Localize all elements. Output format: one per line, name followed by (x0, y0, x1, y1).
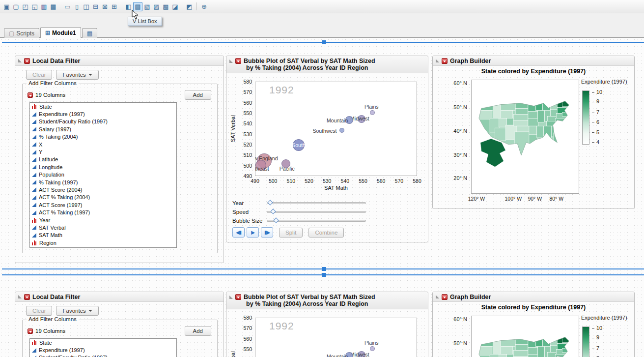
splitter-handle[interactable] (322, 267, 326, 271)
filter-column-salary-1997[interactable]: Salary (1997) (30, 125, 176, 133)
slider-thumb[interactable] (270, 208, 276, 214)
filter-column-year[interactable]: Year (30, 216, 176, 224)
red-triangle-menu-icon[interactable] (24, 58, 30, 64)
step-back-button[interactable]: ◀▮ (232, 227, 245, 238)
combine-button[interactable]: Combine (308, 228, 344, 238)
us-map-frame[interactable] (471, 80, 579, 194)
red-triangle-menu-icon[interactable] (235, 294, 241, 300)
text-box-icon[interactable]: ▭ (63, 2, 72, 11)
filter-column-sat-math[interactable]: SAT Math (30, 232, 176, 239)
add-button[interactable]: Add (185, 90, 211, 100)
x-axis[interactable]: 490500510520530540550560570580 (255, 178, 417, 184)
row-splitter-top[interactable] (2, 42, 644, 43)
clear-button[interactable]: Clear (26, 306, 52, 316)
icon-box-icon[interactable]: ◩ (185, 2, 194, 11)
lineup-box-icon[interactable]: ▧ (142, 2, 152, 11)
step-forward-button[interactable]: ▮▶ (261, 227, 273, 238)
collapse-triangle-icon[interactable] (229, 296, 233, 299)
number-edit-box-icon[interactable]: ◫ (82, 2, 91, 11)
filter-column-act-taking-1997[interactable]: ACT % Taking (1997) (30, 208, 176, 216)
filter-column-longitude[interactable]: Longitude (30, 163, 176, 171)
speed-slider[interactable] (267, 211, 366, 213)
filter-column-state[interactable]: State (30, 103, 176, 110)
legend-gradient-bar[interactable] (582, 90, 589, 145)
add-button[interactable]: Add (185, 326, 211, 336)
script-box-icon[interactable]: ⊕ (199, 2, 209, 11)
graph-builder-header[interactable]: Graph Builder (433, 56, 634, 66)
panel-box-icon[interactable]: ▢ (11, 2, 21, 11)
collapse-triangle-icon[interactable] (436, 59, 439, 62)
ldf-header[interactable]: Local Data Filter (15, 56, 224, 66)
filter-column-expenditure-1997[interactable]: Expenditure (1997) (30, 346, 176, 354)
collapse-triangle-icon[interactable] (229, 60, 233, 63)
columns-red-triangle-icon[interactable] (28, 92, 33, 98)
filter-column-act-taking-2004[interactable]: ACT % Taking (2004) (30, 194, 176, 201)
ldf-header[interactable]: Local Data Filter (15, 292, 224, 302)
tab-box-icon[interactable]: ◱ (30, 2, 39, 11)
tab-module1[interactable]: ⊞ Module1 (40, 27, 81, 38)
picture-box-icon[interactable]: ▦ (49, 2, 58, 11)
filter-column-state[interactable]: State (30, 339, 176, 346)
collapse-triangle-icon[interactable] (18, 295, 22, 298)
us-map-frame[interactable] (471, 316, 579, 357)
spacer-box-icon[interactable]: ◪ (170, 2, 180, 11)
red-triangle-menu-icon[interactable] (235, 58, 241, 64)
button-box-icon[interactable]: ⊟ (91, 2, 100, 11)
outline-box-icon[interactable]: ▣ (2, 2, 11, 11)
row-splitter-mid-b[interactable] (2, 274, 644, 275)
year-slider[interactable] (267, 202, 366, 204)
filter-column-act-score-1997[interactable]: ACT Score (1997) (30, 201, 176, 208)
collapse-triangle-icon[interactable] (18, 59, 22, 62)
filter-columns-list[interactable]: StateExpenditure (1997)Student/Faculty R… (29, 102, 177, 248)
us-map[interactable] (472, 80, 579, 193)
filter-column-taking-2004[interactable]: % Taking (2004) (30, 133, 176, 141)
bubble-plot-frame[interactable]: 1992 PlainsMidwestMountainSouthwestSouth… (255, 82, 417, 176)
longitude-axis[interactable]: 120° W100° W90° W80° W (471, 196, 579, 203)
bubble-header[interactable]: Bubble Plot of SAT Verbal by SAT Math Si… (226, 56, 428, 73)
table-box-icon[interactable]: ▩ (161, 2, 170, 11)
filter-column-y[interactable]: Y (30, 148, 176, 155)
bubble-header[interactable]: Bubble Plot of SAT Verbal by SAT Math Si… (226, 292, 428, 309)
filter-column-expenditure-1997[interactable]: Expenditure (1997) (30, 110, 176, 118)
bubble-plains[interactable] (370, 110, 375, 115)
latitude-axis[interactable]: 60° N50° N40° N30° N20° N (449, 80, 469, 194)
combo-box-icon[interactable]: ⊞ (110, 2, 119, 11)
bubble-plot-frame[interactable]: 1992 PlainsMidwestMountainSouthwestSouth… (255, 318, 417, 357)
filter-column-latitude[interactable]: Latitude (30, 156, 176, 163)
graph-builder-header[interactable]: Graph Builder (433, 292, 634, 302)
split-button[interactable]: Split (279, 228, 303, 238)
slider-thumb[interactable] (273, 217, 279, 223)
us-map[interactable] (472, 316, 579, 357)
filter-column-act-score-2004[interactable]: ACT Score (2004) (30, 186, 176, 193)
red-triangle-menu-icon[interactable] (24, 294, 30, 300)
legend-gradient-bar[interactable] (582, 327, 589, 357)
red-triangle-menu-icon[interactable] (442, 58, 448, 64)
filter-column-student-faculty-ratio-1997[interactable]: Student/Faculty Ratio (1997) (30, 354, 176, 357)
filter-column-taking-1997[interactable]: % Taking (1997) (30, 178, 176, 186)
col-list-box-icon[interactable]: ▨ (152, 2, 161, 11)
latitude-axis[interactable]: 60° N50° N40° N30° N20° N (449, 316, 469, 357)
splitter-handle[interactable] (322, 40, 326, 44)
filter-columns-list[interactable]: StateExpenditure (1997)Student/Faculty R… (29, 338, 177, 357)
columns-red-triangle-icon[interactable] (28, 328, 33, 334)
bubble-size-slider[interactable] (267, 220, 366, 222)
slider-thumb[interactable] (267, 200, 273, 205)
y-axis[interactable]: 580570560550540530520510500490 (238, 318, 253, 357)
tab-new-script[interactable]: ▦ (82, 28, 97, 38)
row-splitter-mid-a[interactable] (2, 268, 644, 269)
graph-box-icon[interactable]: ▥ (39, 2, 49, 11)
favorites-button[interactable]: Favorites (56, 70, 98, 80)
border-box-icon[interactable]: ◰ (21, 2, 30, 11)
bubble-southwest[interactable] (339, 128, 344, 133)
bubble-plains[interactable] (370, 346, 375, 351)
red-triangle-menu-icon[interactable] (442, 294, 448, 300)
text-edit-box-icon[interactable]: ▯ (72, 2, 82, 11)
filter-column-student-faculty-ratio-1997[interactable]: Student/Faculty Ratio (1997) (30, 118, 176, 125)
clear-button[interactable]: Clear (26, 70, 52, 80)
favorites-button[interactable]: Favorites (56, 306, 98, 316)
y-axis[interactable]: 580570560550540530520510500490 (238, 82, 253, 176)
collapse-triangle-icon[interactable] (436, 295, 439, 298)
filter-column-population[interactable]: Population (30, 171, 176, 178)
filter-column-region[interactable]: Region (30, 239, 176, 246)
play-button[interactable]: ▶ (247, 227, 259, 238)
